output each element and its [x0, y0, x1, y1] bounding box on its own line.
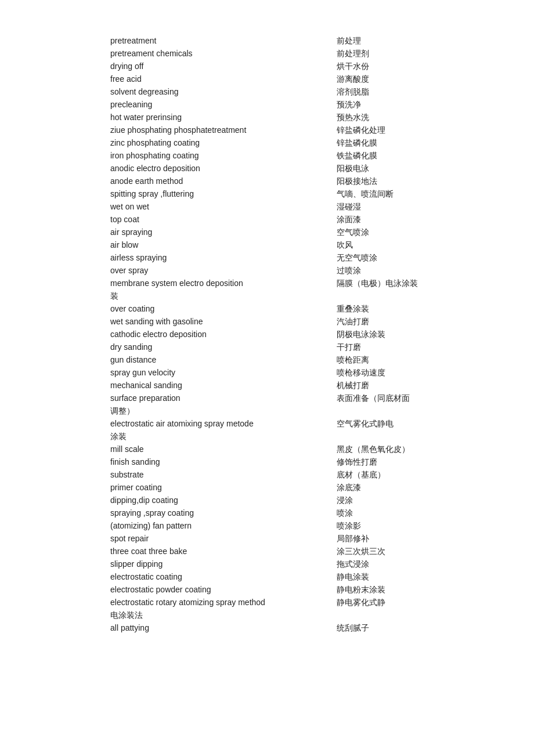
english-term: substrate: [110, 470, 325, 479]
english-term: over spray: [110, 266, 325, 275]
english-term: air spraying: [110, 227, 325, 237]
chinese-term: 涂面漆: [325, 215, 430, 225]
glossary-row: spot repair局部修补: [110, 533, 430, 545]
glossary-row: dipping,dip coating浸涂: [110, 494, 430, 507]
english-term: electrostatic powder coating: [110, 585, 325, 594]
chinese-term: 阳极电泳: [325, 164, 430, 174]
glossary-row: anode earth method阳极接地法: [110, 175, 430, 188]
chinese-term: 气嘀、喷流间断: [325, 189, 430, 200]
chinese-term: 锌盐磷化膜: [325, 138, 430, 149]
glossary-row: mill scale黑皮（黑色氧化皮）: [110, 443, 430, 456]
chinese-term: 喷涂影: [325, 521, 430, 531]
glossary-row: electrostatic coating静电涂装: [110, 571, 430, 584]
glossary-row: all pattying统刮腻子: [110, 622, 430, 635]
chinese-term: 静电涂装: [325, 572, 430, 583]
glossary-row: over coating重叠涂装: [110, 303, 430, 316]
chinese-term: 重叠涂装: [325, 304, 430, 314]
english-term: mill scale: [110, 444, 325, 454]
english-term: anodic electro deposition: [110, 164, 325, 173]
chinese-term: 锌盐磷化处理: [325, 125, 430, 136]
english-term: dry sanding: [110, 342, 325, 352]
glossary-row: spray gun velocity喷枪移动速度: [110, 367, 430, 379]
glossary-row: substrate底材（基底）: [110, 469, 430, 482]
english-term: cathodic electro deposition: [110, 330, 325, 339]
chinese-term: 阴极电泳涂装: [325, 330, 430, 340]
chinese-term: 机械打磨: [325, 381, 430, 391]
chinese-term: 预热水洗: [325, 113, 430, 123]
glossary-row: dry sanding干打磨: [110, 341, 430, 354]
glossary-row: electrostatic rotary atomizing spray met…: [110, 596, 430, 609]
chinese-term: 空气喷涂: [325, 227, 430, 238]
chinese-term: 吹风: [325, 240, 430, 251]
chinese-term: 阳极接地法: [325, 176, 430, 187]
glossary-row: mechanical sanding机械打磨: [110, 379, 430, 392]
english-term: (atomizing) fan pattern: [110, 521, 325, 530]
english-term: free acid: [110, 74, 325, 84]
glossary-row: spraying ,spray coating喷涂: [110, 507, 430, 520]
glossary-row: pretreatment前处理: [110, 35, 430, 48]
chinese-term: 铁盐磷化膜: [325, 151, 430, 161]
english-term: top coat: [110, 215, 325, 224]
glossary-row: gun distance喷枪距离: [110, 354, 430, 367]
chinese-term: 湿碰湿: [325, 202, 430, 212]
glossary-row: airless spraying无空气喷涂: [110, 252, 430, 265]
english-term: gun distance: [110, 355, 325, 364]
english-term: spray gun velocity: [110, 368, 325, 377]
glossary-row: zinc phosphating coating锌盐磷化膜: [110, 137, 430, 150]
chinese-term: 前处理: [325, 36, 430, 46]
chinese-term: 底材（基底）: [325, 470, 430, 480]
glossary-row: wet on wet湿碰湿: [110, 201, 430, 214]
english-term: over coating: [110, 304, 325, 313]
chinese-term: 黑皮（黑色氧化皮）: [325, 444, 430, 455]
chinese-term: 静电雾化式静: [325, 598, 430, 608]
chinese-term: 静电粉末涂装: [325, 585, 430, 595]
glossary-row: air spraying空气喷涂: [110, 226, 430, 239]
glossary-row: anodic electro deposition阳极电泳: [110, 162, 430, 175]
glossary-row: primer coating涂底漆: [110, 482, 430, 494]
chinese-term: 预洗净: [325, 100, 430, 110]
glossary-row: air blow吹风: [110, 239, 430, 252]
english-term: dipping,dip coating: [110, 495, 325, 505]
chinese-term: 表面准备（同底材面: [325, 393, 430, 404]
english-term: slipper dipping: [110, 559, 325, 569]
glossary-row: pretreament chemicals前处理剂: [110, 48, 430, 60]
english-term: membrane system electro deposition: [110, 278, 325, 288]
english-term: zinc phosphating coating: [110, 138, 325, 147]
continuation-text: 装: [110, 290, 430, 303]
continuation-text: 涂装: [110, 431, 430, 443]
english-term: wet sanding with gasoline: [110, 317, 325, 326]
glossary-row: hot water prerinsing预热水洗: [110, 111, 430, 124]
chinese-term: 空气雾化式静电: [325, 419, 430, 429]
glossary-row: over spray过喷涂: [110, 265, 430, 277]
english-term: drying off: [110, 62, 325, 71]
english-term: pretreament chemicals: [110, 49, 325, 58]
glossary-row: electrostatic powder coating静电粉末涂装: [110, 584, 430, 596]
chinese-term: 前处理剂: [325, 49, 430, 59]
english-term: finish sanding: [110, 457, 325, 466]
glossary-row: solvent degreasing溶剂脱脂: [110, 86, 430, 99]
chinese-term: 汽油打磨: [325, 317, 430, 327]
english-term: electrostatic air atomixing spray metode: [110, 419, 325, 428]
english-term: spitting spray ,fluttering: [110, 189, 325, 198]
glossary-row: three coat three bake涂三次烘三次: [110, 545, 430, 558]
chinese-term: 干打磨: [325, 342, 430, 353]
chinese-term: 局部修补: [325, 534, 430, 544]
chinese-term: 游离酸度: [325, 74, 430, 85]
english-term: primer coating: [110, 483, 325, 492]
chinese-term: 烘干水份: [325, 62, 430, 72]
glossary-row: slipper dipping拖式浸涂: [110, 558, 430, 571]
glossary-row: iron phosphating coating铁盐磷化膜: [110, 150, 430, 162]
english-term: precleaning: [110, 100, 325, 109]
english-term: electrostatic coating: [110, 572, 325, 581]
glossary-row: cathodic electro deposition阴极电泳涂装: [110, 328, 430, 341]
glossary-row: electrostatic air atomixing spray metode…: [110, 418, 430, 431]
chinese-term: 涂底漆: [325, 483, 430, 493]
english-term: ziue phosphating phosphatetreatment: [110, 125, 325, 135]
english-term: hot water prerinsing: [110, 113, 325, 122]
chinese-term: 过喷涂: [325, 266, 430, 276]
chinese-term: 拖式浸涂: [325, 559, 430, 570]
english-term: anode earth method: [110, 176, 325, 186]
english-term: spraying ,spray coating: [110, 508, 325, 518]
chinese-term: 统刮腻子: [325, 623, 430, 634]
glossary-row: spitting spray ,fluttering气嘀、喷流间断: [110, 188, 430, 201]
